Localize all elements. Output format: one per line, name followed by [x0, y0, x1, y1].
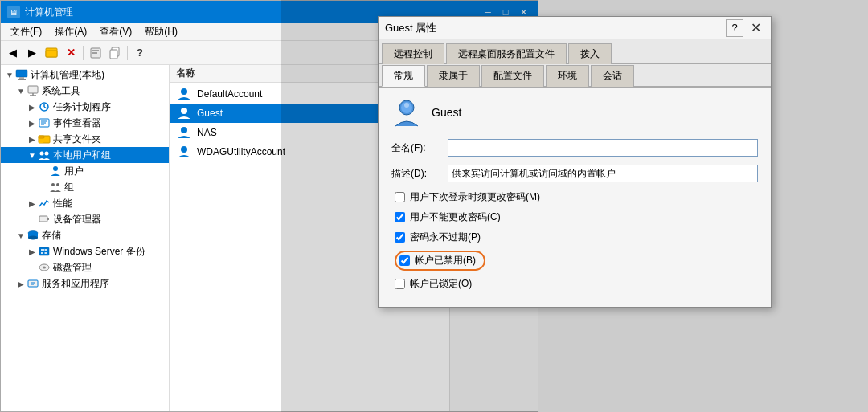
- user-name-guest: Guest: [197, 108, 223, 119]
- toolbar-delete[interactable]: ✕: [62, 44, 80, 62]
- toolbar-separator-1: [83, 46, 84, 60]
- dialog-help-button[interactable]: ?: [726, 19, 743, 37]
- share-icon: [38, 133, 51, 145]
- dialog-title-bar: Guest 属性 ? ✕: [379, 17, 771, 39]
- disabled-checkbox[interactable]: [399, 255, 410, 266]
- tree-item-diskman[interactable]: 磁盘管理: [1, 259, 169, 275]
- tree-item-users-node[interactable]: 用户: [1, 163, 169, 179]
- toolbar-back[interactable]: ◀: [4, 44, 22, 62]
- user-name-wdag: WDAGUtilityAccount: [197, 146, 285, 157]
- locked-label: 帐户已锁定(O): [410, 277, 472, 291]
- services-icon: [27, 277, 39, 290]
- locked-checkbox[interactable]: [395, 279, 405, 289]
- tree-item-tools[interactable]: ▼ 系统工具: [1, 83, 169, 99]
- user-avatar: [391, 97, 422, 128]
- tree-item-task[interactable]: ▶ 任务计划程序: [1, 99, 169, 115]
- tree-label-event: 事件查看器: [53, 116, 101, 130]
- user-profile-row: Guest: [391, 97, 758, 128]
- tree-item-device[interactable]: 设备管理器: [1, 211, 169, 227]
- winserver-icon: [38, 245, 51, 258]
- svg-point-32: [28, 236, 38, 240]
- tree-arrow-share: ▶: [27, 135, 38, 144]
- tree-item-event[interactable]: ▶ 事件查看器: [1, 115, 169, 131]
- tree-label-perf: 性能: [53, 197, 72, 210]
- svg-rect-1: [46, 51, 57, 57]
- tab-environment[interactable]: 环境: [546, 65, 589, 87]
- tree-panel: ▼ 计算机管理(本地) ▼ 系统工具 ▶ 任务计划程序: [1, 65, 170, 411]
- svg-point-46: [181, 146, 187, 153]
- users-node-icon: [49, 165, 62, 177]
- menu-help[interactable]: 帮助(H): [138, 23, 184, 40]
- tree-item-localusers[interactable]: ▼ 本地用户和组: [1, 147, 169, 163]
- svg-rect-40: [28, 280, 38, 287]
- svg-rect-10: [28, 86, 38, 93]
- tree-arrow-perf: ▶: [27, 199, 38, 208]
- svg-rect-6: [110, 50, 117, 59]
- tree-item-winserver[interactable]: ▶ Windows Server 备份: [1, 243, 169, 259]
- dialog-tabs-top: 远程控制 远程桌面服务配置文件 拨入: [379, 39, 771, 64]
- must-change-checkbox[interactable]: [395, 192, 405, 202]
- tree-item-groups-node[interactable]: 组: [1, 179, 169, 195]
- tree-label-winserver: Windows Server 备份: [53, 245, 145, 259]
- toolbar-copy[interactable]: [106, 44, 124, 62]
- tree-label-storage: 存储: [42, 229, 61, 243]
- tree-label-share: 共享文件夹: [53, 133, 101, 146]
- tab-member-of[interactable]: 隶属于: [427, 65, 480, 87]
- svg-rect-29: [47, 218, 49, 220]
- tab-general[interactable]: 常规: [382, 65, 425, 87]
- checkbox-disabled-row: 帐户已禁用(B): [391, 251, 758, 271]
- tab-profile[interactable]: 配置文件: [481, 65, 544, 87]
- checkboxes-container: 用户下次登录时须更改密码(M) 用户不能更改密码(C) 密码永不过期(P) 帐户…: [391, 190, 758, 291]
- tab-dial-in[interactable]: 拨入: [568, 43, 612, 64]
- tree-item-root[interactable]: ▼ 计算机管理(本地): [1, 67, 169, 83]
- groups-node-icon: [49, 181, 62, 194]
- svg-rect-36: [41, 252, 43, 254]
- toolbar-help[interactable]: ?: [131, 44, 149, 62]
- toolbar-properties[interactable]: [87, 44, 104, 62]
- tree-item-share[interactable]: ▶ 共享文件夹: [1, 131, 169, 147]
- desc-label: 描述(D):: [391, 167, 448, 181]
- svg-rect-22: [39, 136, 44, 138]
- event-icon: [38, 116, 51, 129]
- tree-label-groups-node: 组: [64, 181, 74, 194]
- toolbar-forward[interactable]: ▶: [23, 44, 41, 62]
- tree-item-services[interactable]: ▶ 服务和应用程序: [1, 275, 169, 292]
- fullname-label: 全名(F):: [391, 141, 448, 155]
- tree-item-storage[interactable]: ▼ 存储: [1, 227, 169, 243]
- tab-remote-control[interactable]: 远程控制: [382, 43, 444, 64]
- svg-rect-28: [39, 216, 47, 222]
- tab-sessions[interactable]: 会话: [591, 65, 634, 87]
- checkbox-must-change-row: 用户下次登录时须更改密码(M): [391, 190, 758, 204]
- svg-rect-35: [45, 249, 47, 251]
- svg-rect-34: [41, 249, 44, 251]
- svg-rect-37: [45, 252, 47, 254]
- svg-point-27: [56, 183, 59, 186]
- tree-arrow-root: ▼: [4, 71, 15, 80]
- task-icon: [38, 100, 51, 113]
- perf-icon: [38, 197, 51, 210]
- dialog-close-button[interactable]: ✕: [747, 19, 764, 37]
- tab-remote-desktop[interactable]: 远程桌面服务配置文件: [446, 43, 567, 64]
- menu-action[interactable]: 操作(A): [48, 23, 93, 40]
- toolbar-separator-2: [127, 46, 128, 60]
- svg-rect-7: [16, 70, 27, 77]
- never-expires-checkbox[interactable]: [395, 232, 405, 243]
- fullname-input[interactable]: [448, 139, 758, 157]
- device-icon: [38, 213, 51, 226]
- desc-input[interactable]: [448, 165, 758, 182]
- cannot-change-label: 用户不能更改密码(C): [410, 210, 501, 224]
- checkbox-cannot-change-row: 用户不能更改密码(C): [391, 210, 758, 224]
- dialog-username: Guest: [432, 106, 461, 119]
- tools-icon: [27, 84, 39, 97]
- tree-arrow-event: ▶: [27, 119, 38, 128]
- menu-view[interactable]: 查看(V): [93, 23, 138, 40]
- tree-item-perf[interactable]: ▶ 性能: [1, 195, 169, 211]
- defaultaccount-icon: [176, 88, 192, 100]
- cannot-change-checkbox[interactable]: [395, 212, 405, 222]
- toolbar-up[interactable]: [43, 44, 60, 62]
- tree-label-task: 任务计划程序: [53, 100, 111, 114]
- svg-rect-9: [18, 79, 26, 80]
- tree-label-device: 设备管理器: [53, 213, 101, 226]
- diskman-icon: [38, 261, 51, 274]
- menu-file[interactable]: 文件(F): [4, 23, 48, 40]
